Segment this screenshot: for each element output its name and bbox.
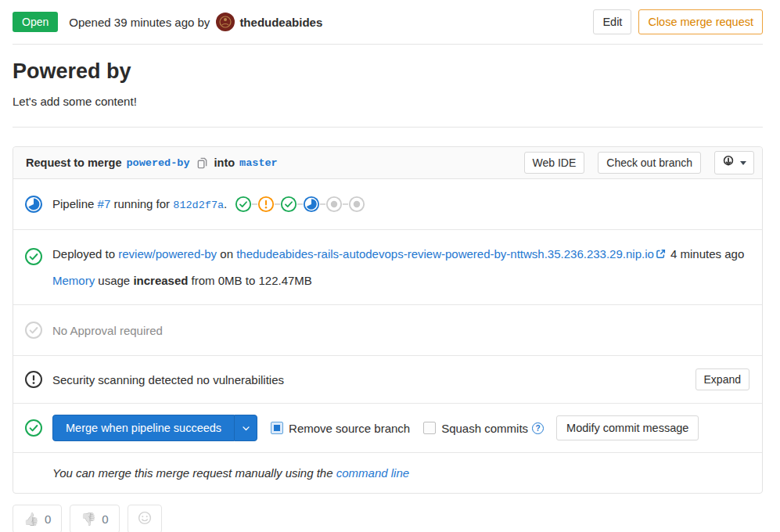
page-title: Powered by [13,59,763,84]
security-row: Security scanning detected no vulnerabil… [13,356,762,404]
remove-source-branch-label: Remove source branch [289,422,410,435]
widget-header-actions: Web IDE Check out branch [524,151,755,174]
header-divider [13,44,763,45]
command-line-link[interactable]: command line [336,466,409,480]
deployed-to-label: Deployed to [52,247,115,261]
mr-widget: Request to merge powered-by into master … [13,146,763,494]
pipeline-running-status-icon [24,195,43,214]
merge-options-dropdown-button[interactable] [234,415,257,441]
author-name[interactable]: thedudeabides [239,16,322,29]
stage-created-icon[interactable] [325,196,343,213]
memory-link[interactable]: Memory [52,274,95,287]
security-text: Security scanning detected no vulnerabil… [52,373,284,386]
manual-merge-text: You can merge this merge request manuall… [52,466,333,480]
thumbs-down-icon: 👎 [81,512,96,527]
stage-connector [343,203,348,205]
source-branch-link[interactable]: powered-by [126,157,189,169]
thumbs-up-button[interactable]: 👍 0 [13,505,62,532]
memory-mid-label: usage [98,274,130,287]
merge-ready-icon [24,419,43,437]
thumbs-up-icon: 👍 [23,512,39,527]
deploy-on-label: on [220,247,233,261]
stage-success-icon[interactable] [235,196,252,213]
approval-text: No Approval required [52,324,163,337]
deploy-line: Deployed to review/powered-by on thedude… [52,247,744,261]
pipeline-mini-graph [235,196,365,213]
remove-source-branch-checkbox[interactable] [271,422,283,434]
stage-connector [275,203,280,205]
commit-sha-link[interactable]: 812d2f7a [173,200,224,211]
mr-state-header: Open Opened 39 minutes ago by thedudeabi… [13,0,763,44]
stage-connector [252,203,257,205]
remove-source-branch-option[interactable]: Remove source branch [271,422,410,435]
stage-connector [320,203,325,205]
pipeline-row: Pipeline #7 running for 812d2f7a. [13,179,762,230]
smiley-icon [138,511,152,527]
squash-help-icon[interactable]: ? [532,422,544,434]
review-app-url-link[interactable]: thedudeabides-rails-autodevops-review-po… [236,247,654,261]
caret-down-icon [740,161,746,165]
manual-merge-footer: You can merge this merge request manuall… [13,453,762,493]
pipeline-text: Pipeline #7 running for 812d2f7a. [52,197,227,211]
approval-neutral-check-icon [24,321,43,340]
target-branch-link[interactable]: master [239,157,278,169]
merge-info: Request to merge powered-by into master [26,156,278,169]
into-label: into [214,156,235,169]
web-ide-button[interactable]: Web IDE [524,152,585,174]
stage-success-icon[interactable] [280,196,297,213]
download-icon [722,155,735,171]
award-emoji-bar: 👍 0 👎 0 [13,505,763,532]
merge-row: Merge when pipeline succeeds Remove sour… [13,404,762,453]
approval-row: No Approval required [13,305,762,356]
mr-description: Let's add some content! [13,95,763,108]
expand-security-button[interactable]: Expand [696,368,749,390]
stage-created-icon[interactable] [348,196,365,213]
pipeline-label: Pipeline [52,197,94,210]
stage-warning-icon[interactable] [257,196,275,213]
deploy-success-icon [24,247,43,266]
memory-increased-label: increased [133,274,188,287]
squash-commits-option[interactable]: Squash commits [423,422,528,435]
author-avatar[interactable] [216,13,235,31]
thumbs-down-count: 0 [102,512,108,526]
memory-rest-label: from 0MB to 122.47MB [192,274,312,287]
download-artifacts-dropdown-button[interactable] [714,151,754,174]
status-badge: Open [13,12,58,32]
merge-request-page: Open Opened 39 minutes ago by thedudeabi… [0,0,780,532]
thumbs-up-count: 0 [45,512,51,526]
add-reaction-button[interactable] [128,505,162,532]
edit-button[interactable]: Edit [593,9,631,34]
environment-link[interactable]: review/powered-by [118,247,217,261]
security-alert-icon [24,370,43,389]
checkbox-check-mark [274,425,280,431]
request-to-merge-label: Request to merge [26,156,121,169]
stage-connector [297,203,303,205]
mr-widget-header: Request to merge powered-by into master … [13,147,762,179]
external-link-icon[interactable] [656,249,666,259]
merge-button-group: Merge when pipeline succeeds [52,415,257,441]
deploy-row: Deployed to review/powered-by on thedude… [13,230,762,305]
opened-text: Opened 39 minutes ago by [69,16,210,29]
deploy-content: Deployed to review/powered-by on thedude… [52,247,744,287]
stage-running-icon[interactable] [303,196,320,213]
pipeline-middle-label: running for [113,197,170,210]
thumbs-down-button[interactable]: 👎 0 [70,505,119,532]
merge-when-pipeline-succeeds-button[interactable]: Merge when pipeline succeeds [52,415,234,441]
modify-commit-message-button[interactable]: Modify commit message [556,415,699,440]
memory-usage-line: Memory usage increased from 0MB to 122.4… [52,274,744,287]
copy-branch-icon[interactable] [196,157,208,169]
deploy-time-ago: 4 minutes ago [670,247,744,261]
pipeline-number-link[interactable]: #7 [98,197,111,210]
close-merge-request-button[interactable]: Close merge request [638,9,763,34]
pipeline-suffix: . [224,197,227,210]
checkout-branch-button[interactable]: Check out branch [598,152,701,174]
description-divider [13,127,763,128]
squash-commits-checkbox[interactable] [423,422,436,434]
squash-commits-label: Squash commits [441,422,528,435]
